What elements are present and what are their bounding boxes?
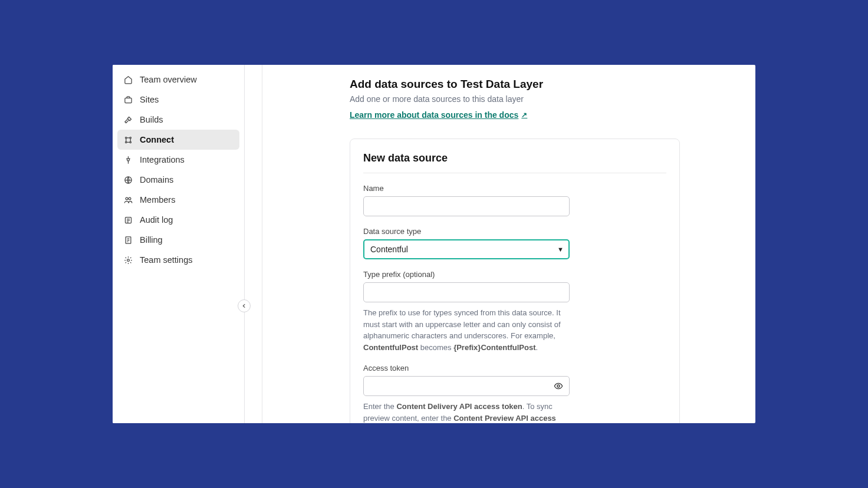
main-content: Add data sources to Test Data Layer Add … [245,65,755,423]
sidebar-item-connect[interactable]: Connect [117,130,239,150]
sidebar-item-label: Domains [140,175,173,184]
globe-icon [123,175,133,184]
app-window: Team overview Sites Builds Connect Integ [113,65,755,423]
sidebar-item-sites[interactable]: Sites [117,90,239,110]
svg-point-6 [126,197,128,200]
svg-point-4 [130,141,131,143]
sidebar-item-label: Connect [140,135,174,144]
sidebar-item-label: Billing [140,235,163,245]
receipt-icon [123,235,133,245]
svg-rect-0 [124,98,131,103]
sidebar-item-team-overview[interactable]: Team overview [117,70,239,90]
chevron-left-icon [241,303,247,309]
sidebar-item-label: Integrations [140,155,185,164]
sidebar-item-label: Members [140,195,175,205]
page-subtitle: Add one or more data sources to this dat… [350,94,755,104]
name-input[interactable] [363,196,570,216]
field-name: Name [363,184,570,216]
sidebar-item-label: Sites [140,95,159,104]
type-label: Data source type [363,227,570,236]
plug-icon [123,155,133,164]
toggle-token-visibility-button[interactable] [551,378,566,394]
svg-point-3 [125,141,127,143]
sidebar-item-billing[interactable]: Billing [117,230,239,250]
hammer-icon [123,115,133,124]
sidebar-collapse-button[interactable] [238,299,251,312]
svg-point-7 [129,197,131,200]
users-icon [123,195,133,205]
sidebar-item-label: Audit log [140,215,173,225]
content-gutter [245,65,262,423]
svg-point-10 [127,259,129,261]
connect-icon [123,135,133,144]
type-prefix-input[interactable] [363,282,570,302]
svg-point-11 [557,385,560,387]
svg-point-2 [130,137,131,139]
gear-icon [123,255,133,265]
eye-icon [554,381,563,391]
sidebar-item-builds[interactable]: Builds [117,110,239,130]
field-type-prefix: Type prefix (optional) [363,270,570,302]
sidebar-item-audit-log[interactable]: Audit log [117,210,239,230]
prefix-label: Type prefix (optional) [363,270,570,279]
sidebar-item-team-settings[interactable]: Team settings [117,250,239,270]
sidebar-item-label: Team overview [140,75,197,84]
field-data-source-type: Data source type Contentful ▼ [363,227,570,259]
sidebar-item-label: Builds [140,115,163,124]
sidebar-item-domains[interactable]: Domains [117,170,239,190]
briefcase-icon [123,95,133,104]
access-token-input[interactable] [363,376,570,396]
svg-point-1 [125,137,127,139]
sidebar-item-integrations[interactable]: Integrations [117,150,239,170]
home-icon [123,75,133,84]
token-label: Access token [363,364,570,372]
docs-link-label: Learn more about data sources in the doc… [350,110,518,120]
new-data-source-card: New data source Name Data source type Co… [350,139,680,423]
sidebar: Team overview Sites Builds Connect Integ [113,65,245,423]
list-icon [123,215,133,225]
docs-link[interactable]: Learn more about data sources in the doc… [350,110,527,120]
sidebar-item-members[interactable]: Members [117,190,239,210]
token-help-text: Enter the Content Delivery API access to… [363,401,570,423]
card-title: New data source [363,152,666,173]
page-title: Add data sources to Test Data Layer [350,78,755,91]
external-link-icon: ↗ [521,111,527,119]
prefix-help-text: The prefix to use for types synced from … [363,307,570,353]
data-source-type-select[interactable]: Contentful [363,239,570,259]
name-label: Name [363,184,570,193]
field-access-token: Access token [363,364,570,396]
sidebar-item-label: Team settings [140,255,192,265]
